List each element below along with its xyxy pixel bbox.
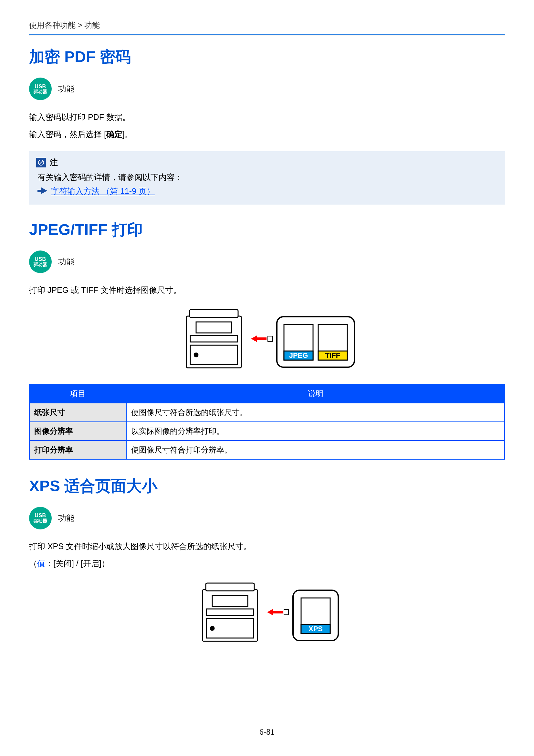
title-accent: XPS bbox=[29, 477, 60, 495]
jpeg-label: JPEG bbox=[289, 351, 308, 360]
xps-values: （值：[关闭] / [开启]） bbox=[29, 556, 505, 571]
usb-badge-line2: 驱动器 bbox=[34, 262, 47, 267]
note-box: 注 有关输入密码的详情，请参阅以下内容： 字符输入方法 （第 11-9 页） bbox=[29, 151, 505, 204]
table-cell-item: 纸张尺寸 bbox=[29, 403, 126, 422]
title-rest: 打印 bbox=[108, 221, 143, 238]
table-header-desc: 说明 bbox=[126, 384, 505, 403]
function-label: 功能 bbox=[58, 512, 74, 524]
note-link[interactable]: 字符输入方法 （第 11-9 页） bbox=[51, 185, 155, 198]
jpeg-tiff-table: 项目 说明 纸张尺寸 使图像尺寸符合所选的纸张尺寸。 图像分辨率 以实际图像的分… bbox=[29, 384, 505, 460]
value-label: 值 bbox=[37, 559, 45, 568]
note-body: 有关输入密码的详情，请参阅以下内容： bbox=[36, 171, 498, 184]
p2-bold: 确定 bbox=[106, 130, 122, 139]
tiff-label: TIFF bbox=[325, 351, 340, 360]
function-tag-row-2: USB 驱动器 功能 bbox=[29, 251, 505, 273]
header-divider bbox=[29, 34, 505, 36]
table-row: 纸张尺寸 使图像尺寸符合所选的纸张尺寸。 bbox=[29, 403, 505, 422]
usb-badge-line1: USB bbox=[35, 84, 46, 90]
function-tag-row-1: USB 驱动器 功能 bbox=[29, 78, 505, 100]
usb-drive-badge-icon: USB 驱动器 bbox=[29, 507, 52, 529]
svg-rect-18 bbox=[212, 595, 248, 607]
svg-rect-6 bbox=[190, 336, 238, 342]
title-text: 加密 PDF 密码 bbox=[29, 48, 131, 65]
page-number: 6-81 bbox=[0, 726, 534, 738]
section-title-jpeg-tiff: JPEG/TIFF 打印 bbox=[29, 218, 505, 241]
table-header-item: 项目 bbox=[29, 384, 126, 403]
svg-rect-19 bbox=[206, 609, 254, 615]
note-icon bbox=[36, 158, 46, 167]
svg-point-21 bbox=[210, 626, 214, 630]
svg-marker-22 bbox=[267, 609, 283, 615]
encrypted-pdf-desc-2: 输入密码，然后选择 [确定]。 bbox=[29, 127, 505, 142]
svg-rect-5 bbox=[196, 322, 232, 333]
xps-illustration: XPS bbox=[29, 580, 505, 651]
usb-badge-line1: USB bbox=[35, 256, 46, 262]
note-link-row: 字符输入方法 （第 11-9 页） bbox=[36, 185, 498, 198]
svg-marker-9 bbox=[251, 336, 267, 342]
p2-pre: 输入密码，然后选择 [ bbox=[29, 130, 106, 139]
table-cell-item: 图像分辨率 bbox=[29, 422, 126, 441]
usb-drive-badge-icon: USB 驱动器 bbox=[29, 78, 52, 100]
usb-drive-badge-icon: USB 驱动器 bbox=[29, 251, 52, 273]
section-title-encrypted-pdf: 加密 PDF 密码 bbox=[29, 45, 505, 68]
svg-rect-17 bbox=[206, 583, 254, 591]
xps-desc: 打印 XPS 文件时缩小或放大图像尺寸以符合所选的纸张尺寸。 bbox=[29, 539, 505, 554]
note-label: 注 bbox=[50, 156, 58, 169]
section-title-xps: XPS 适合页面大小 bbox=[29, 474, 505, 498]
table-row: 图像分辨率 以实际图像的分辨率打印。 bbox=[29, 422, 505, 441]
encrypted-pdf-desc-1: 输入密码以打印 PDF 数据。 bbox=[29, 110, 505, 124]
title-accent: JPEG/TIFF bbox=[29, 221, 108, 238]
svg-rect-4 bbox=[190, 310, 238, 317]
svg-rect-23 bbox=[284, 609, 289, 615]
function-label: 功能 bbox=[58, 256, 74, 268]
value-rest: ：[关闭] / [开启] bbox=[45, 559, 101, 568]
breadcrumb: 使用各种功能 > 功能 bbox=[29, 19, 505, 34]
table-cell-desc: 使图像尺寸符合打印分辨率。 bbox=[126, 441, 505, 459]
table-cell-item: 打印分辨率 bbox=[29, 441, 126, 459]
usb-badge-line2: 驱动器 bbox=[34, 89, 47, 94]
p2-post: ]。 bbox=[122, 130, 133, 139]
table-row: 打印分辨率 使图像尺寸符合打印分辨率。 bbox=[29, 441, 505, 459]
jpeg-tiff-illustration: JPEG TIFF bbox=[29, 307, 505, 378]
svg-rect-10 bbox=[268, 336, 272, 341]
xps-label: XPS bbox=[308, 625, 322, 633]
table-cell-desc: 使图像尺寸符合所选的纸张尺寸。 bbox=[126, 403, 505, 422]
function-label: 功能 bbox=[58, 83, 74, 95]
svg-marker-2 bbox=[41, 187, 47, 194]
jpeg-tiff-desc: 打印 JPEG 或 TIFF 文件时选择图像尺寸。 bbox=[29, 283, 505, 297]
title-rest: 适合页面大小 bbox=[60, 477, 157, 495]
svg-rect-1 bbox=[38, 190, 42, 192]
table-cell-desc: 以实际图像的分辨率打印。 bbox=[126, 422, 505, 441]
arrow-right-icon bbox=[38, 185, 47, 197]
usb-badge-line1: USB bbox=[35, 513, 46, 519]
svg-point-8 bbox=[194, 353, 198, 357]
note-heading: 注 bbox=[36, 156, 498, 169]
usb-badge-line2: 驱动器 bbox=[34, 519, 47, 523]
function-tag-row-3: USB 驱动器 功能 bbox=[29, 507, 505, 529]
